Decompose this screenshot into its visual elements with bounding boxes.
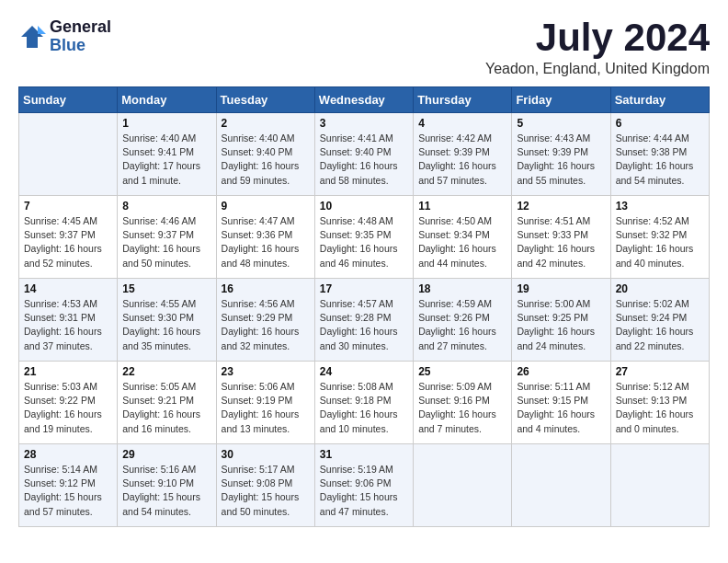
sunrise: Sunrise: 4:55 AM bbox=[122, 298, 196, 309]
day-cell: 15 Sunrise: 4:55 AM Sunset: 9:30 PM Dayl… bbox=[118, 279, 216, 362]
day-cell: 14 Sunrise: 4:53 AM Sunset: 9:31 PM Dayl… bbox=[19, 279, 118, 362]
day-cell: 12 Sunrise: 4:51 AM Sunset: 9:33 PM Dayl… bbox=[512, 196, 610, 279]
day-number: 27 bbox=[616, 365, 704, 378]
daylight: Daylight: 16 hours and 27 minutes. bbox=[418, 326, 496, 350]
svg-marker-1 bbox=[38, 26, 46, 34]
daylight: Daylight: 16 hours and 13 minutes. bbox=[222, 408, 300, 433]
daylight: Daylight: 16 hours and 16 minutes. bbox=[122, 408, 200, 433]
day-number: 31 bbox=[320, 448, 408, 461]
day-info: Sunrise: 4:52 AM Sunset: 9:32 PM Dayligh… bbox=[616, 214, 704, 270]
day-cell: 29 Sunrise: 5:16 AM Sunset: 9:10 PM Dayl… bbox=[118, 444, 216, 527]
day-number: 19 bbox=[517, 282, 605, 295]
daylight: Daylight: 16 hours and 4 minutes. bbox=[517, 408, 595, 433]
day-info: Sunrise: 4:53 AM Sunset: 9:31 PM Dayligh… bbox=[24, 297, 112, 353]
sunset: Sunset: 9:21 PM bbox=[122, 395, 194, 406]
sunrise: Sunrise: 4:56 AM bbox=[222, 298, 295, 309]
day-cell: 2 Sunrise: 4:40 AM Sunset: 9:40 PM Dayli… bbox=[216, 113, 314, 196]
daylight: Daylight: 16 hours and 59 minutes. bbox=[222, 160, 300, 185]
day-cell: 4 Sunrise: 4:42 AM Sunset: 9:39 PM Dayli… bbox=[414, 113, 512, 196]
day-info: Sunrise: 5:03 AM Sunset: 9:22 PM Dayligh… bbox=[24, 380, 112, 436]
day-cell: 23 Sunrise: 5:06 AM Sunset: 9:19 PM Dayl… bbox=[216, 362, 314, 444]
daylight: Daylight: 15 hours and 57 minutes. bbox=[24, 491, 102, 516]
column-header-wednesday: Wednesday bbox=[314, 87, 413, 113]
day-info: Sunrise: 4:51 AM Sunset: 9:33 PM Dayligh… bbox=[517, 214, 605, 270]
day-number: 8 bbox=[122, 200, 210, 213]
day-cell: 18 Sunrise: 4:59 AM Sunset: 9:26 PM Dayl… bbox=[414, 279, 512, 362]
daylight: Daylight: 15 hours and 54 minutes. bbox=[122, 491, 200, 516]
daylight: Daylight: 16 hours and 40 minutes. bbox=[616, 243, 694, 268]
sunrise: Sunrise: 5:14 AM bbox=[24, 464, 97, 475]
day-cell: 1 Sunrise: 4:40 AM Sunset: 9:41 PM Dayli… bbox=[118, 113, 216, 196]
day-cell: 26 Sunrise: 5:11 AM Sunset: 9:15 PM Dayl… bbox=[512, 362, 610, 444]
day-number: 13 bbox=[616, 200, 704, 213]
sunrise: Sunrise: 5:17 AM bbox=[222, 464, 295, 475]
logo-icon bbox=[18, 23, 46, 51]
day-number: 4 bbox=[418, 117, 506, 130]
day-info: Sunrise: 4:47 AM Sunset: 9:36 PM Dayligh… bbox=[222, 214, 310, 270]
day-number: 16 bbox=[222, 282, 310, 295]
week-row-1: 1 Sunrise: 4:40 AM Sunset: 9:41 PM Dayli… bbox=[19, 113, 710, 196]
daylight: Daylight: 16 hours and 30 minutes. bbox=[320, 326, 398, 350]
day-cell: 21 Sunrise: 5:03 AM Sunset: 9:22 PM Dayl… bbox=[19, 362, 118, 444]
daylight: Daylight: 16 hours and 48 minutes. bbox=[222, 243, 300, 268]
daylight: Daylight: 16 hours and 55 minutes. bbox=[517, 160, 595, 185]
day-number: 15 bbox=[122, 282, 210, 295]
daylight: Daylight: 16 hours and 35 minutes. bbox=[122, 326, 200, 350]
sunset: Sunset: 9:34 PM bbox=[418, 229, 490, 240]
day-cell: 25 Sunrise: 5:09 AM Sunset: 9:16 PM Dayl… bbox=[414, 362, 512, 444]
column-header-monday: Monday bbox=[118, 87, 216, 113]
sunset: Sunset: 9:16 PM bbox=[418, 395, 490, 406]
sunrise: Sunrise: 5:09 AM bbox=[418, 381, 492, 392]
daylight: Daylight: 16 hours and 0 minutes. bbox=[616, 408, 694, 433]
location: Yeadon, England, United Kingdom bbox=[485, 61, 710, 77]
day-info: Sunrise: 5:06 AM Sunset: 9:19 PM Dayligh… bbox=[222, 380, 310, 436]
sunrise: Sunrise: 4:48 AM bbox=[320, 215, 393, 226]
day-info: Sunrise: 4:59 AM Sunset: 9:26 PM Dayligh… bbox=[418, 297, 506, 353]
week-row-4: 21 Sunrise: 5:03 AM Sunset: 9:22 PM Dayl… bbox=[19, 362, 710, 444]
sunset: Sunset: 9:06 PM bbox=[320, 477, 392, 488]
sunrise: Sunrise: 4:57 AM bbox=[320, 298, 393, 309]
sunset: Sunset: 9:37 PM bbox=[122, 229, 194, 240]
day-cell: 9 Sunrise: 4:47 AM Sunset: 9:36 PM Dayli… bbox=[216, 196, 314, 279]
sunset: Sunset: 9:35 PM bbox=[320, 229, 392, 240]
daylight: Daylight: 16 hours and 52 minutes. bbox=[24, 243, 102, 268]
daylight: Daylight: 16 hours and 37 minutes. bbox=[24, 326, 102, 350]
day-number: 2 bbox=[222, 117, 310, 130]
day-cell: 17 Sunrise: 4:57 AM Sunset: 9:28 PM Dayl… bbox=[314, 279, 413, 362]
day-info: Sunrise: 4:40 AM Sunset: 9:41 PM Dayligh… bbox=[122, 132, 210, 188]
sunset: Sunset: 9:38 PM bbox=[616, 146, 688, 157]
sunset: Sunset: 9:10 PM bbox=[122, 477, 194, 488]
week-row-5: 28 Sunrise: 5:14 AM Sunset: 9:12 PM Dayl… bbox=[19, 444, 710, 527]
day-cell bbox=[512, 444, 610, 527]
day-cell: 31 Sunrise: 5:19 AM Sunset: 9:06 PM Dayl… bbox=[314, 444, 413, 527]
day-info: Sunrise: 4:48 AM Sunset: 9:35 PM Dayligh… bbox=[320, 214, 408, 270]
day-number: 21 bbox=[24, 365, 112, 378]
sunset: Sunset: 9:41 PM bbox=[122, 146, 194, 157]
day-cell: 22 Sunrise: 5:05 AM Sunset: 9:21 PM Dayl… bbox=[118, 362, 216, 444]
day-cell: 10 Sunrise: 4:48 AM Sunset: 9:35 PM Dayl… bbox=[314, 196, 413, 279]
daylight: Daylight: 16 hours and 54 minutes. bbox=[616, 160, 694, 185]
sunrise: Sunrise: 5:11 AM bbox=[517, 381, 590, 392]
sunset: Sunset: 9:28 PM bbox=[320, 312, 392, 323]
sunset: Sunset: 9:22 PM bbox=[24, 395, 96, 406]
day-info: Sunrise: 5:11 AM Sunset: 9:15 PM Dayligh… bbox=[517, 380, 605, 436]
daylight: Daylight: 16 hours and 7 minutes. bbox=[418, 408, 496, 433]
day-number: 11 bbox=[418, 200, 506, 213]
daylight: Daylight: 16 hours and 46 minutes. bbox=[320, 243, 398, 268]
day-info: Sunrise: 4:56 AM Sunset: 9:29 PM Dayligh… bbox=[222, 297, 310, 353]
sunset: Sunset: 9:18 PM bbox=[320, 395, 392, 406]
sunrise: Sunrise: 4:44 AM bbox=[616, 132, 689, 144]
sunrise: Sunrise: 4:45 AM bbox=[24, 215, 97, 226]
sunset: Sunset: 9:15 PM bbox=[517, 395, 588, 406]
header-row: SundayMondayTuesdayWednesdayThursdayFrid… bbox=[19, 87, 710, 113]
sunrise: Sunrise: 4:41 AM bbox=[320, 132, 393, 144]
column-header-tuesday: Tuesday bbox=[216, 87, 314, 113]
day-cell: 20 Sunrise: 5:02 AM Sunset: 9:24 PM Dayl… bbox=[610, 279, 709, 362]
sunrise: Sunrise: 5:06 AM bbox=[222, 381, 295, 392]
column-header-saturday: Saturday bbox=[610, 87, 709, 113]
sunrise: Sunrise: 4:50 AM bbox=[418, 215, 492, 226]
day-number: 10 bbox=[320, 200, 408, 213]
logo: General Blue bbox=[18, 18, 111, 55]
sunset: Sunset: 9:39 PM bbox=[418, 146, 490, 157]
column-header-friday: Friday bbox=[512, 87, 610, 113]
